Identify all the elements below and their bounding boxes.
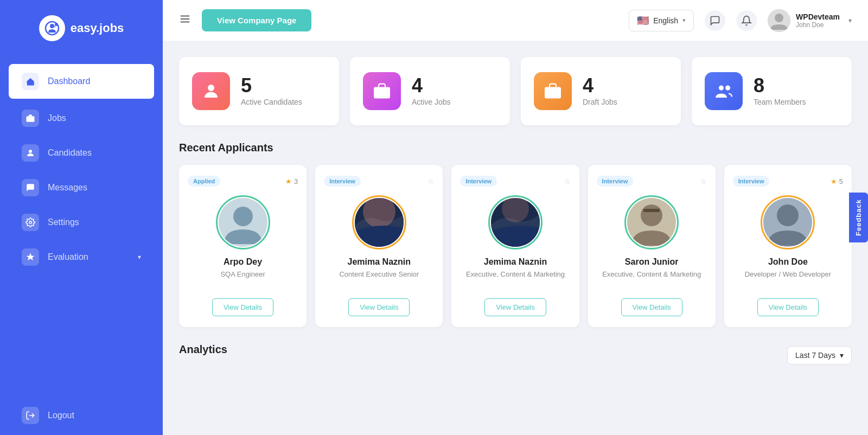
star-icon: ☆ <box>700 177 707 185</box>
language-label: English <box>653 16 678 25</box>
stat-info: 8 Team Members <box>754 76 806 106</box>
stat-label: Team Members <box>754 98 806 106</box>
sidebar-item-dashboard[interactable]: Dashboard <box>9 64 154 99</box>
messages-icon <box>22 179 39 196</box>
applicant-name: Arpo Dey <box>224 257 262 267</box>
sidebar-item-label: Settings <box>48 218 79 227</box>
messages-button[interactable] <box>705 10 725 31</box>
active-jobs-icon <box>363 72 401 110</box>
stat-card-active-jobs: 4 Active Jobs <box>350 57 510 125</box>
hamburger-menu-icon[interactable] <box>179 13 191 28</box>
logout-label: Logout <box>48 411 74 420</box>
user-chevron-icon: ▾ <box>848 17 852 24</box>
view-details-button[interactable]: View Details <box>348 298 410 316</box>
sidebar-item-settings[interactable]: Settings <box>0 205 163 240</box>
status-badge: Interview <box>460 176 497 187</box>
jobs-icon <box>22 110 39 127</box>
user-profile[interactable]: WPDevteam John Doe ▾ <box>768 9 852 32</box>
svg-point-26 <box>641 204 662 226</box>
logout-item[interactable]: Logout <box>0 396 163 435</box>
stat-card-active-candidates: 5 Active Candidates <box>179 57 339 125</box>
analytics-header: Analytics Last 7 Days ▾ <box>179 343 852 367</box>
rating: ☆ <box>700 177 707 185</box>
svg-point-20 <box>233 207 253 226</box>
avatar <box>627 198 676 247</box>
language-selector[interactable]: 🇺🇸 English ▾ <box>629 10 694 31</box>
card-header: Interview ☆ <box>324 176 434 187</box>
applicant-name: John Doe <box>768 257 808 267</box>
view-details-button[interactable]: View Details <box>621 298 682 316</box>
view-details-button[interactable]: View Details <box>212 298 273 316</box>
avatar-ring <box>216 195 270 250</box>
sidebar-item-jobs[interactable]: Jobs <box>0 101 163 136</box>
avatar <box>355 198 404 247</box>
user-name: WPDevteam <box>796 12 840 21</box>
status-badge: Interview <box>324 176 361 187</box>
sidebar-item-label: Candidates <box>48 148 92 158</box>
svg-point-2 <box>55 23 58 26</box>
sidebar-item-label: Evaluation <box>48 252 88 262</box>
feedback-button[interactable]: Feedback <box>849 193 868 242</box>
notifications-button[interactable] <box>736 10 757 31</box>
svg-point-29 <box>777 204 799 226</box>
card-header: Interview ☆ <box>460 176 570 187</box>
feedback-wrapper: Feedback <box>849 193 868 242</box>
active-candidates-icon <box>192 72 230 110</box>
analytics-filter-dropdown[interactable]: Last 7 Days ▾ <box>787 346 852 364</box>
draft-jobs-icon <box>534 72 572 110</box>
settings-icon <box>22 214 39 231</box>
applicant-name: Saron Junior <box>625 257 679 267</box>
sidebar-item-evaluation[interactable]: Evaluation ▾ <box>0 240 163 274</box>
star-icon: ☆ <box>427 177 434 185</box>
sidebar-nav: Dashboard Jobs Candidates <box>0 56 163 396</box>
home-icon <box>22 73 39 90</box>
status-badge: Applied <box>188 176 220 187</box>
avatar <box>763 198 812 247</box>
avatar <box>219 198 267 247</box>
view-details-button[interactable]: View Details <box>757 298 819 316</box>
main-area: View Company Page 🇺🇸 English ▾ <box>163 0 868 435</box>
status-badge: Interview <box>597 176 634 187</box>
applicant-role: SQA Engineer <box>220 270 265 290</box>
stat-card-draft-jobs: 4 Draft Jobs <box>521 57 681 125</box>
user-sub-name: John Doe <box>796 21 840 29</box>
stat-label: Active Jobs <box>412 98 451 106</box>
applicant-card-john-doe: Interview ★ 5 John Doe <box>724 165 852 327</box>
avatar <box>768 9 790 32</box>
sidebar-item-label: Messages <box>48 183 87 193</box>
card-header: Applied ★ 3 <box>188 176 298 187</box>
rating: ★ 3 <box>285 177 298 185</box>
header-right: 🇺🇸 English ▾ <box>629 9 852 32</box>
svg-point-5 <box>29 150 32 153</box>
user-info: WPDevteam John Doe <box>796 12 840 29</box>
avatar-ring <box>761 195 815 250</box>
applicant-card-arpo-dey: Applied ★ 3 Arpo Dey <box>179 165 307 327</box>
candidates-icon <box>22 144 39 162</box>
rating-value: 3 <box>294 177 298 185</box>
svg-point-6 <box>29 221 32 224</box>
rating-value: 5 <box>839 177 843 185</box>
svg-line-3 <box>54 26 55 27</box>
analytics-filter-label: Last 7 Days <box>795 351 835 360</box>
stat-label: Draft Jobs <box>583 98 617 106</box>
view-details-button[interactable]: View Details <box>484 298 546 316</box>
logo-icon <box>39 15 65 41</box>
applicant-card-saron-junior: Interview ☆ Saron Junio <box>588 165 716 327</box>
avatar-ring <box>624 195 679 250</box>
sidebar-item-candidates[interactable]: Candidates <box>0 136 163 170</box>
stats-row: 5 Active Candidates 4 Active Jobs <box>179 57 852 125</box>
rating: ☆ <box>564 177 571 185</box>
view-company-page-button[interactable]: View Company Page <box>202 9 311 31</box>
star-icon: ☆ <box>564 177 571 185</box>
stat-label: Active Candidates <box>241 98 302 106</box>
sidebar-item-messages[interactable]: Messages <box>0 170 163 205</box>
content-area: 5 Active Candidates 4 Active Jobs <box>163 41 868 435</box>
applicant-role: Executive, Content & Marketing <box>602 270 701 290</box>
applicant-role: Content Executive Senior <box>339 270 419 290</box>
stat-number: 5 <box>241 76 302 95</box>
sidebar-item-label: Jobs <box>48 113 66 123</box>
applicants-grid: Applied ★ 3 Arpo Dey <box>179 165 852 327</box>
stat-info: 5 Active Candidates <box>241 76 302 106</box>
rating: ☆ <box>427 177 434 185</box>
logo-text: easy.jobs <box>71 21 124 35</box>
